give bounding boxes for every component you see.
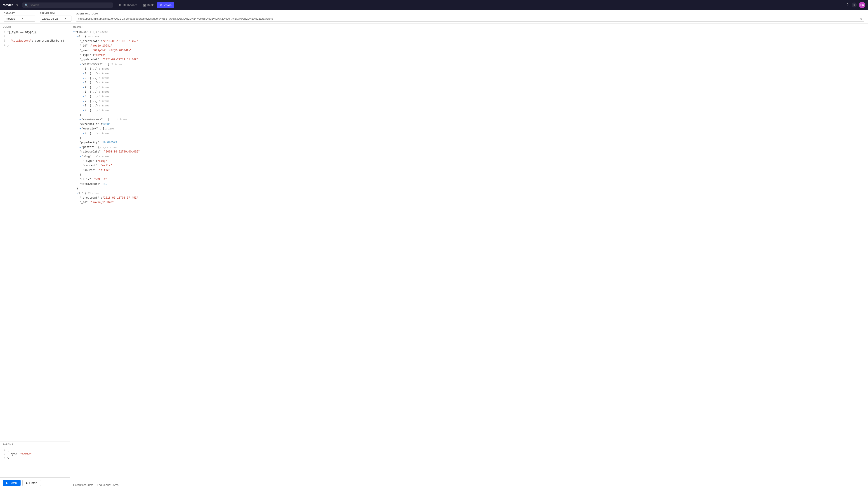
query-line-4: 4 } xyxy=(3,43,67,48)
query-line-3: 3 "totalActors": count(castMembers) xyxy=(3,39,67,43)
cm1-toggle[interactable]: ▶ xyxy=(83,72,84,76)
field1-id: "_id" : "movie_118340" xyxy=(73,200,865,205)
field-id: "_id" : "movie_10681" xyxy=(73,43,865,48)
query-section: QUERY 1 *[_type == $type]{ 2 ..., 3 "tot… xyxy=(0,24,70,442)
slug-close: } xyxy=(73,173,865,177)
execution-time: Execution: 30ms xyxy=(73,484,93,487)
main-content: DATASET movies ▾ API VERSION v2021-03-25… xyxy=(0,10,868,488)
copy-icon[interactable]: ⧉ xyxy=(860,17,862,20)
slug-source: "source" : "title" xyxy=(73,168,865,173)
right-panel: RESULT ▼ "result" : [ 14 items ▼ 0 : { 1… xyxy=(70,24,868,488)
tab-dashboard[interactable]: ⊞ Dashboard xyxy=(116,2,140,8)
field-type: "_type" : "movie" xyxy=(73,53,865,57)
overview-toggle[interactable]: ▼ xyxy=(80,127,81,131)
result-item-0: ▼ 0 : { 15 items xyxy=(73,34,865,39)
tab-vision[interactable]: 👁 Vision xyxy=(157,2,174,8)
cm0-toggle[interactable]: ▶ xyxy=(83,67,84,71)
app-title: Movies xyxy=(3,3,13,7)
params-line-2: 2 type: "movie" xyxy=(3,452,67,457)
castmember-4: ▶ 4 : {...} 6 items xyxy=(73,85,865,90)
castmember-8: ▶ 8 : {...} 6 items xyxy=(73,103,865,108)
cm2-toggle[interactable]: ▶ xyxy=(83,76,84,80)
api-version-label: API VERSION xyxy=(40,12,71,15)
eye-icon: 👁 xyxy=(160,3,162,7)
topnav-right: ? 0 FG xyxy=(846,2,865,8)
params-line-1: 1 { xyxy=(3,448,67,452)
field-popularity: "popularity" : 19.020593 xyxy=(73,140,865,145)
castMembers-toggle[interactable]: ▼ xyxy=(80,63,81,66)
castmember-3: ▶ 3 : {...} 6 items xyxy=(73,80,865,85)
cm8-toggle[interactable]: ▶ xyxy=(83,104,84,108)
url-text: https://ppsg7ml5.api.sanity.io/v2021-03-… xyxy=(78,17,859,20)
field-totalActors: "totalActors" : 10 xyxy=(73,182,865,186)
field-externalId: "externalId" : 10681 xyxy=(73,122,865,127)
slug-toggle[interactable]: ▼ xyxy=(80,155,81,159)
url-control: QUERY URL [COPY] https://ppsg7ml5.api.sa… xyxy=(76,12,864,22)
dataset-chevron-icon: ▾ xyxy=(22,18,23,20)
notifications-badge[interactable]: 0 xyxy=(852,2,857,7)
result-header: RESULT xyxy=(70,24,868,29)
url-display: https://ppsg7ml5.api.sanity.io/v2021-03-… xyxy=(76,16,864,22)
field-slug: ▼ "slug" : { 3 items xyxy=(73,154,865,159)
query-editor[interactable]: 1 *[_type == $type]{ 2 ..., 3 "totalActo… xyxy=(0,29,70,441)
dataset-label: DATASET xyxy=(4,12,35,15)
poster-toggle[interactable]: ▶ xyxy=(80,145,81,149)
item0-close: } xyxy=(73,186,865,191)
castmember-0: ▶ 0 : {...} 6 items xyxy=(73,67,865,71)
url-label: QUERY URL [COPY] xyxy=(76,12,864,15)
cm9-toggle[interactable]: ▶ xyxy=(83,109,84,112)
api-version-select[interactable]: v2021-03-25 ▾ xyxy=(40,15,71,22)
query-line-2: 2 ..., xyxy=(3,35,67,39)
topnav: Movies ✎ 🔍 ⊞ Dashboard ▣ Desk 👁 Vision ?… xyxy=(0,0,868,10)
cm5-toggle[interactable]: ▶ xyxy=(83,90,84,94)
edit-icon[interactable]: ✎ xyxy=(16,3,19,7)
field-createdAt: "_createdAt" : "2018-06-13T08:57:45Z" xyxy=(73,39,865,43)
castmember-5: ▶ 5 : {...} 6 items xyxy=(73,90,865,94)
params-editor[interactable]: 1 { 2 type: "movie" 3 } xyxy=(0,447,70,477)
search-input[interactable] xyxy=(30,3,111,7)
help-button[interactable]: ? xyxy=(846,2,849,8)
nav-tabs: ⊞ Dashboard ▣ Desk 👁 Vision xyxy=(116,2,174,8)
result-content: ▼ "result" : [ 14 items ▼ 0 : { 15 items… xyxy=(70,29,868,482)
field-castMembers: ▼ "castMembers" : [ 10 items xyxy=(73,62,865,67)
fetch-button[interactable]: ▶ Fetch xyxy=(3,480,21,486)
search-icon: 🔍 xyxy=(25,3,28,7)
dataset-select[interactable]: movies ▾ xyxy=(4,15,35,22)
slug-type: "_type" : "slug" xyxy=(73,159,865,163)
field1-createdAt: "_createdAt" : "2018-06-13T08:57:45Z" xyxy=(73,196,865,200)
field-title: "title" : "WALL·E" xyxy=(73,177,865,182)
tab-desk[interactable]: ▣ Desk xyxy=(141,2,156,8)
castmember-7: ▶ 7 : {...} 6 items xyxy=(73,99,865,103)
dataset-control: DATASET movies ▾ xyxy=(4,12,35,22)
ov0-toggle[interactable]: ▶ xyxy=(83,132,84,135)
cm7-toggle[interactable]: ▶ xyxy=(83,99,84,103)
item1-toggle[interactable]: ▼ xyxy=(76,192,78,195)
castmember-2: ▶ 2 : {...} 6 items xyxy=(73,76,865,80)
api-version-control: API VERSION v2021-03-25 ▾ xyxy=(40,12,71,22)
cm4-toggle[interactable]: ▶ xyxy=(83,86,84,90)
params-section: PARAMS 1 { 2 type: "movie" 3 } xyxy=(0,442,70,478)
listen-play-icon: ▶ xyxy=(26,482,28,484)
play-icon: ▶ xyxy=(6,482,8,484)
listen-button[interactable]: ▶ Listen xyxy=(22,480,41,486)
castmember-1: ▶ 1 : {...} 6 items xyxy=(73,71,865,76)
slug-current: "current" : "walle" xyxy=(73,163,865,168)
user-avatar[interactable]: FG xyxy=(859,2,865,8)
desk-icon: ▣ xyxy=(143,3,146,7)
cm3-toggle[interactable]: ▶ xyxy=(83,81,84,85)
action-bar: ▶ Fetch ▶ Listen xyxy=(0,478,70,488)
field-crewMembers: ▶ "crewMembers" : [...] 5 items xyxy=(73,117,865,122)
item0-toggle[interactable]: ▼ xyxy=(76,35,78,39)
search-bar[interactable]: 🔍 xyxy=(22,2,113,8)
end-to-end-time: End-to-end: 96ms xyxy=(97,484,119,487)
status-bar: Execution: 30ms End-to-end: 96ms xyxy=(70,482,868,488)
crewMembers-toggle[interactable]: ▶ xyxy=(80,118,81,122)
overview-item-0: ▶ 0 : {...} 5 items xyxy=(73,131,865,136)
api-chevron-icon: ▾ xyxy=(65,18,66,20)
field-updatedAt: "_updatedAt" : "2021-09-27T11:51:34Z" xyxy=(73,57,865,62)
cm6-toggle[interactable]: ▶ xyxy=(83,95,84,98)
result-toggle[interactable]: ▼ xyxy=(73,30,74,34)
overview-close: ] xyxy=(73,136,865,140)
castmember-9: ▶ 9 : {...} 6 items xyxy=(73,108,865,113)
field-rev: "_rev" : "Ql9pBhXUiKAfQDz2O3JdTy" xyxy=(73,48,865,53)
